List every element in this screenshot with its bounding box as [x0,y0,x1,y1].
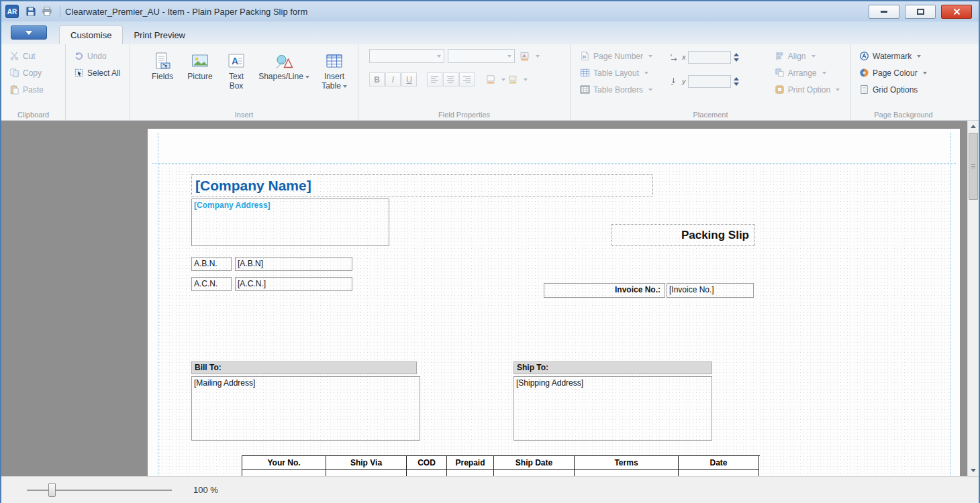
app-logo[interactable]: AR [5,5,19,18]
y-position-stepper[interactable] [734,77,739,86]
app-menu-button[interactable] [11,25,47,40]
table-body-cell[interactable] [326,470,407,476]
invoice-no-value-field[interactable]: [Invoice No.] [667,283,754,298]
items-table[interactable]: Your No. Ship Via COD Prepaid Ship Date … [242,455,760,476]
maximize-icon [917,9,924,15]
abn-label-field[interactable]: A.B.N. [191,257,232,271]
packing-slip-title-field[interactable]: Packing Slip [611,224,755,246]
save-icon[interactable] [24,5,38,18]
maximize-button[interactable] [905,5,936,19]
mailing-address-field[interactable]: [Mailing Address] [191,376,420,441]
table-header-cell[interactable]: Your No. [242,456,326,470]
dropdown-arrow-icon [343,85,347,88]
table-header-cell[interactable]: Terms [575,456,679,470]
company-name-field[interactable]: [Company Name] [191,174,653,197]
fields-button[interactable]: Fields [146,48,179,82]
table-header-cell[interactable]: Prepaid [447,456,494,470]
shipping-address-field[interactable]: [Shipping Address] [513,376,712,441]
table-borders-button[interactable]: Table Borders [577,81,671,98]
x-position-stepper[interactable] [734,53,739,62]
underline-button[interactable]: U [401,72,417,87]
print-option-button[interactable]: Print Option [772,81,846,98]
spin-up-icon [734,53,739,56]
watermark-button[interactable]: Watermark [856,48,952,64]
italic-button[interactable]: I [385,72,401,87]
x-position-label: x [682,53,686,61]
scroll-down-button[interactable] [968,465,979,476]
font-family-select[interactable] [369,49,444,63]
dropdown-arrow-icon [923,72,927,74]
table-header-cell[interactable]: Ship Via [326,456,407,470]
align-left-icon [430,75,439,84]
font-size-select[interactable] [448,49,515,63]
shapes-line-button[interactable]: Shapes/Line [255,48,313,82]
dropdown-arrow-icon [507,55,511,58]
x-position-icon [671,53,679,61]
zoom-level-label: 100 % [193,485,218,495]
vertical-scrollbar[interactable] [967,121,979,476]
acn-value-field[interactable]: [A.C.N.] [235,277,352,291]
page-colour-icon [859,68,869,78]
y-position-input[interactable] [688,75,731,88]
arrange-button[interactable]: Arrange [772,64,846,81]
cut-button[interactable]: Cut [7,48,61,64]
bold-button[interactable]: B [369,72,385,87]
select-all-button[interactable]: Select All [71,64,126,81]
table-body-cell[interactable] [494,470,575,476]
page-colour-button[interactable]: Page Colour [856,64,952,81]
grid-options-button[interactable]: Grid Options [856,81,952,98]
field-properties-group: B I U [358,44,571,120]
insert-table-button[interactable]: Insert Table [317,48,352,91]
select-all-icon [74,68,84,78]
table-layout-button[interactable]: Table Layout [577,64,671,81]
table-body-cell[interactable] [407,470,447,476]
margin-guide-right [950,133,951,476]
background-colour-button[interactable] [485,71,507,88]
undo-button[interactable]: Undo [71,48,126,64]
align-left-button[interactable] [427,72,442,87]
dropdown-arrow-icon [648,89,652,91]
ship-to-header-field[interactable]: Ship To: [513,361,712,374]
acn-label-field[interactable]: A.C.N. [191,277,232,291]
table-body-cell[interactable] [447,470,494,476]
table-body-cell[interactable] [679,470,759,476]
close-button[interactable] [941,5,972,19]
minimize-button[interactable] [869,5,899,19]
shapes-line-icon [275,50,293,72]
tab-print-preview[interactable]: Print Preview [123,25,196,44]
title-bar[interactable]: AR Clearwater_Premier_AU - Item - Plain … [1,1,979,21]
page-number-button[interactable]: Page Number [577,48,671,64]
company-address-field[interactable]: [Company Address] [191,199,389,246]
align-right-button[interactable] [459,72,475,87]
dropdown-arrow-icon [524,78,528,81]
scroll-up-button[interactable] [968,121,979,132]
text-box-button[interactable]: A Text Box [222,48,251,91]
x-position-input[interactable] [688,51,731,64]
table-header-cell[interactable]: Date [679,456,759,470]
fields-icon [153,50,172,72]
print-icon[interactable] [40,5,54,18]
align-center-button[interactable] [443,72,458,87]
status-bar: 100 % [1,476,979,503]
abn-value-field[interactable]: [A.B.N] [235,257,352,271]
table-borders-icon [580,85,590,95]
picture-button[interactable]: Text Box Picture [183,48,217,82]
scrollbar-thumb[interactable] [969,133,978,200]
border-colour-button[interactable] [507,71,529,88]
table-body-cell[interactable] [575,470,679,476]
align-right-icon [462,75,471,84]
table-body-cell[interactable] [242,470,326,476]
dropdown-arrow-icon [812,55,816,58]
invoice-no-label-field[interactable]: Invoice No.: [544,283,665,298]
text-colour-button[interactable] [518,48,541,64]
zoom-slider-thumb[interactable] [48,483,56,497]
table-header-cell[interactable]: Ship Date [494,456,575,470]
paste-button[interactable]: Paste [7,81,61,98]
titlebar-separator [60,6,60,17]
align-button[interactable]: Align [772,48,846,64]
copy-button[interactable]: Copy [7,64,61,81]
bill-to-header-field[interactable]: Bill To: [191,361,417,374]
tab-customise[interactable]: Customise [59,25,123,44]
undo-icon [74,51,84,61]
table-header-cell[interactable]: COD [407,456,447,470]
